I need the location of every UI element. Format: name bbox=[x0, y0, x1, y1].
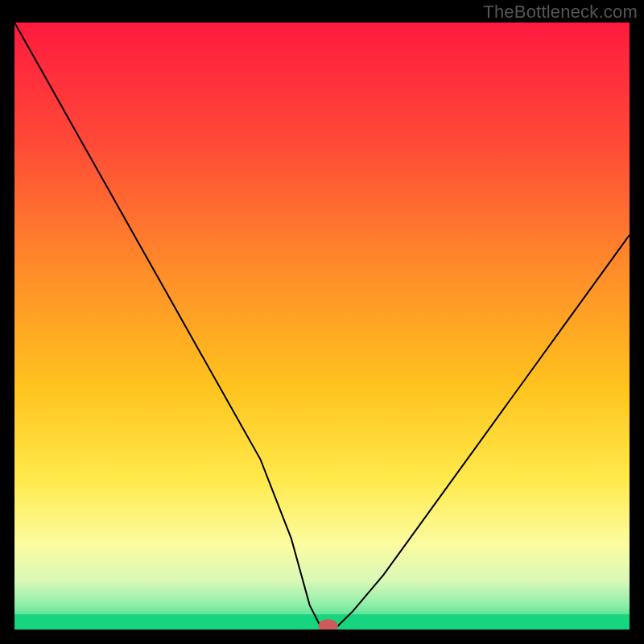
chart-svg bbox=[14, 23, 630, 630]
gradient-background bbox=[14, 23, 630, 630]
watermark-text: TheBottleneck.com bbox=[483, 2, 638, 23]
plot-area bbox=[14, 23, 630, 630]
chart-frame: TheBottleneck.com bbox=[0, 0, 644, 644]
